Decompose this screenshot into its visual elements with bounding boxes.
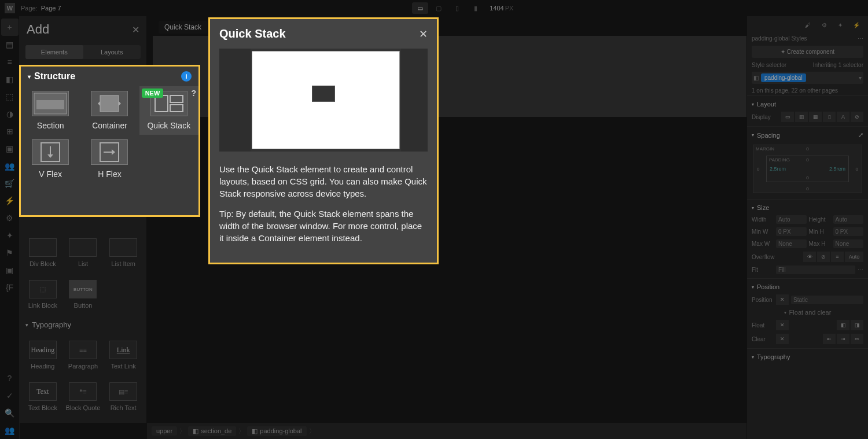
create-component-button[interactable]: ✦ Create component <box>752 46 863 58</box>
nav-users-icon[interactable]: 👥 <box>1 157 19 175</box>
fit-input[interactable]: Fill <box>776 265 855 274</box>
minw-input[interactable]: 0 PX <box>776 227 807 236</box>
help-question-icon[interactable]: ? <box>191 88 196 98</box>
nav-f-icon[interactable]: {F <box>1 279 19 296</box>
element-container[interactable]: Container <box>80 86 139 135</box>
selector-dropdown-icon[interactable]: ▾ <box>859 75 862 81</box>
nav-navigator-icon[interactable]: ≡ <box>1 53 19 71</box>
float-left-icon[interactable]: ◧ <box>837 320 849 330</box>
nav-cms-icon[interactable]: ⊞ <box>1 123 19 140</box>
position-section[interactable]: ▾Position <box>747 281 868 293</box>
webflow-logo[interactable]: W <box>5 3 15 13</box>
inheriting-info[interactable]: Inheriting 1 selector <box>813 62 863 68</box>
clear-left-icon[interactable]: ⇤ <box>823 334 836 344</box>
close-add-panel-icon[interactable]: ✕ <box>132 24 139 35</box>
padding-right-value[interactable]: 2.5rem <box>829 166 845 172</box>
element-text-block[interactable]: TextText Block <box>23 377 62 417</box>
display-none-icon[interactable]: ⊘ <box>851 112 863 122</box>
display-block-icon[interactable]: ▭ <box>781 112 794 122</box>
nav-apps-icon[interactable]: ✦ <box>1 227 19 244</box>
add-panel-icon[interactable]: + <box>1 19 19 36</box>
element-list[interactable]: List <box>64 233 103 273</box>
typography-section[interactable]: ▾Typography <box>747 351 868 363</box>
position-reset-icon[interactable]: ✕ <box>776 294 789 305</box>
display-flex-icon[interactable]: ▥ <box>795 112 808 122</box>
device-tablet-icon[interactable]: ▢ <box>431 2 447 14</box>
page-name[interactable]: Page 7 <box>41 5 61 12</box>
display-inlineblock-icon[interactable]: ▯ <box>823 112 836 122</box>
overflow-visible-icon[interactable]: 👁 <box>803 252 816 262</box>
nav-logic-icon[interactable]: ⚡ <box>1 192 19 209</box>
position-input[interactable]: Static <box>791 296 863 304</box>
selector-count[interactable]: 1 on this page, 22 on other pages <box>752 87 838 94</box>
device-mobile-l-icon[interactable]: ▯ <box>449 2 465 14</box>
nav-box-icon[interactable]: ▣ <box>1 261 19 279</box>
maxw-input[interactable]: None <box>776 239 807 248</box>
info-icon[interactable]: i <box>181 71 192 82</box>
float-right-icon[interactable]: ◨ <box>851 320 863 330</box>
spacing-editor[interactable]: MARGIN 0 0 0 0 PADDING 0 0 2.5rem 2.5rem <box>753 145 862 193</box>
layout-section[interactable]: ▾Layout <box>747 98 868 110</box>
nav-assets-icon[interactable]: ▣ <box>1 140 19 157</box>
device-mobile-icon[interactable]: ▮ <box>468 2 484 14</box>
element-link-block[interactable]: ⬚Link Block <box>23 274 62 315</box>
fit-more-icon[interactable]: ⋯ <box>858 267 863 273</box>
nav-settings-icon[interactable]: ⚙ <box>1 209 19 227</box>
size-section[interactable]: ▾Size <box>747 202 868 213</box>
width-input[interactable]: Auto <box>776 215 807 224</box>
overflow-hidden-icon[interactable]: ⊘ <box>817 252 830 262</box>
display-inline-icon[interactable]: A <box>837 112 849 122</box>
float-none-icon[interactable]: ✕ <box>776 320 789 330</box>
element-button[interactable]: BUTTONButton <box>64 274 103 315</box>
element-heading[interactable]: HeadingHeading <box>23 335 62 375</box>
display-grid-icon[interactable]: ▦ <box>809 112 822 122</box>
element-list-item[interactable]: List Item <box>104 233 143 273</box>
device-desktop-icon[interactable]: ▭ <box>412 2 428 14</box>
clear-none-icon[interactable]: ✕ <box>776 334 789 344</box>
nav-components-icon[interactable]: ◧ <box>1 71 19 88</box>
element-paragraph[interactable]: ≡≡Paragraph <box>64 335 103 375</box>
minh-input[interactable]: 0 PX <box>833 227 864 236</box>
height-input[interactable]: Auto <box>833 215 864 224</box>
tab-elements[interactable]: Elements <box>25 45 83 59</box>
spacing-expand-icon[interactable]: ⤢ <box>858 131 863 139</box>
clear-right-icon[interactable]: ⇥ <box>837 334 849 344</box>
padding-left-value[interactable]: 2.5rem <box>770 166 786 172</box>
interactions-tab-icon[interactable]: ✦ <box>834 19 846 31</box>
nav-ecommerce-icon[interactable]: 🛒 <box>1 175 19 192</box>
element-h-flex[interactable]: H Flex <box>80 135 139 183</box>
maxh-input[interactable]: None <box>833 239 864 248</box>
element-text-link[interactable]: LinkText Link <box>104 335 143 375</box>
selector-type-icon[interactable]: ◧ <box>753 75 759 81</box>
element-tag-chip[interactable]: Quick Stack <box>159 21 207 34</box>
tab-layouts[interactable]: Layouts <box>83 45 141 59</box>
check-icon[interactable]: ✓ <box>1 387 19 404</box>
element-v-flex[interactable]: V Flex <box>21 135 80 183</box>
style-tab-icon[interactable]: 🖌 <box>802 19 814 31</box>
help-icon[interactable]: ? <box>1 370 19 387</box>
close-modal-icon[interactable]: ✕ <box>419 28 428 40</box>
element-block-quote[interactable]: ❝≡Block Quote <box>64 377 103 417</box>
element-rich-text[interactable]: ▤≡Rich Text <box>104 377 143 417</box>
people-icon[interactable]: 👥 <box>1 422 19 439</box>
overflow-auto[interactable]: Auto <box>845 252 863 262</box>
effects-tab-icon[interactable]: ⚡ <box>851 19 862 31</box>
nav-styles-icon[interactable]: ◑ <box>1 105 19 123</box>
crumb-padding-global[interactable]: ◧ padding-global <box>247 426 306 436</box>
element-quick-stack[interactable]: NEW ? Quick Stack <box>139 86 198 135</box>
nav-variables-icon[interactable]: ⬚ <box>1 88 19 105</box>
crumb-section[interactable]: ◧ section_de <box>188 426 236 436</box>
crumb-upper[interactable]: upper <box>152 426 177 436</box>
spacing-section[interactable]: ▾Spacing⤢ <box>747 129 868 141</box>
settings-tab-icon[interactable]: ⚙ <box>818 19 830 31</box>
nav-pages-icon[interactable]: ▤ <box>1 36 19 53</box>
overflow-scroll-icon[interactable]: ≡ <box>831 252 844 262</box>
element-div-block[interactable]: Div Block <box>23 233 62 273</box>
element-section[interactable]: Section <box>21 86 80 135</box>
nav-audit-icon[interactable]: ⚑ <box>1 244 19 261</box>
search-icon[interactable]: 🔍 <box>1 404 19 422</box>
category-cms[interactable]: ▾CMS <box>20 419 146 423</box>
category-typography[interactable]: ▾Typography <box>20 317 146 333</box>
clear-both-icon[interactable]: ⇔ <box>851 334 863 344</box>
class-chip[interactable]: padding-global <box>761 73 806 82</box>
